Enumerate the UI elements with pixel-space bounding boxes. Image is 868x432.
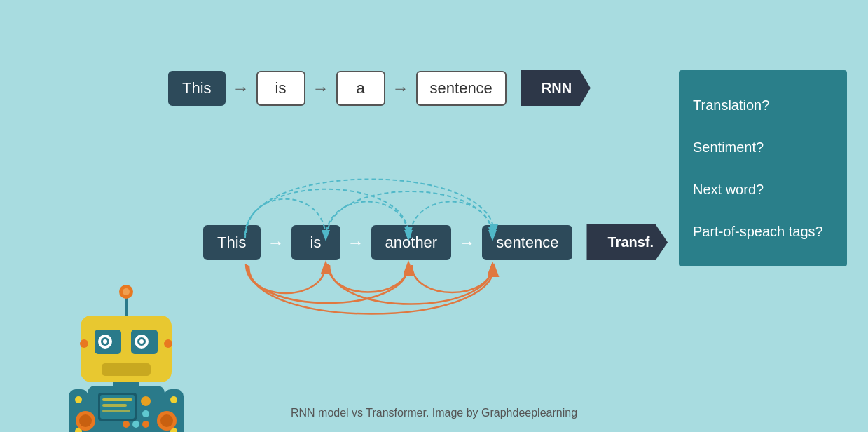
rnn-word-4: sentence bbox=[416, 71, 507, 106]
svg-point-49 bbox=[164, 339, 172, 348]
svg-rect-12 bbox=[102, 398, 132, 401]
output-item-4: Part-of-speach tags? bbox=[693, 224, 833, 240]
rnn-arrow-1: → bbox=[233, 79, 249, 98]
rnn-row: This → is → a → sentence RNN bbox=[168, 70, 591, 106]
robot-illustration bbox=[28, 140, 189, 365]
rnn-arrow-3: → bbox=[392, 79, 409, 98]
svg-point-27 bbox=[170, 396, 177, 403]
caption: RNN model vs Transformer. Image by Graph… bbox=[0, 407, 868, 419]
tf-big-arrow: Transf. bbox=[586, 224, 668, 260]
tf-word-1: This bbox=[203, 225, 261, 260]
rnn-big-arrow: RNN bbox=[521, 70, 591, 106]
output-box: Translation? Sentiment? Next word? Part-… bbox=[679, 70, 847, 266]
svg-point-17 bbox=[142, 421, 149, 428]
svg-point-48 bbox=[80, 339, 88, 348]
tf-arrow-2: → bbox=[347, 233, 364, 252]
tf-label: Transf. bbox=[586, 224, 668, 260]
tf-word-2: is bbox=[291, 225, 340, 260]
transformer-row: This → is → another → sentence Transf. bbox=[203, 224, 668, 260]
rnn-label: RNN bbox=[521, 70, 591, 106]
svg-point-38 bbox=[139, 339, 144, 344]
svg-point-23 bbox=[75, 396, 82, 403]
tf-arrow-1: → bbox=[268, 233, 284, 252]
rnn-word-1: This bbox=[168, 71, 226, 106]
svg-point-15 bbox=[141, 396, 151, 406]
output-item-1: Translation? bbox=[693, 97, 833, 114]
output-item-3: Next word? bbox=[693, 182, 833, 198]
rnn-word-2: is bbox=[256, 71, 305, 106]
rnn-word-3: a bbox=[336, 71, 385, 106]
tf-word-4: sentence bbox=[482, 225, 572, 260]
svg-point-18 bbox=[132, 421, 139, 428]
output-item-2: Sentiment? bbox=[693, 140, 833, 156]
svg-point-19 bbox=[123, 421, 130, 428]
tf-arrow-3: → bbox=[458, 233, 475, 252]
main-container: This → is → a → sentence RNN This → is →… bbox=[0, 0, 868, 432]
rnn-arrow-2: → bbox=[312, 79, 329, 98]
svg-point-35 bbox=[103, 339, 107, 344]
svg-point-41 bbox=[123, 288, 130, 295]
tf-word-3: another bbox=[371, 225, 452, 260]
